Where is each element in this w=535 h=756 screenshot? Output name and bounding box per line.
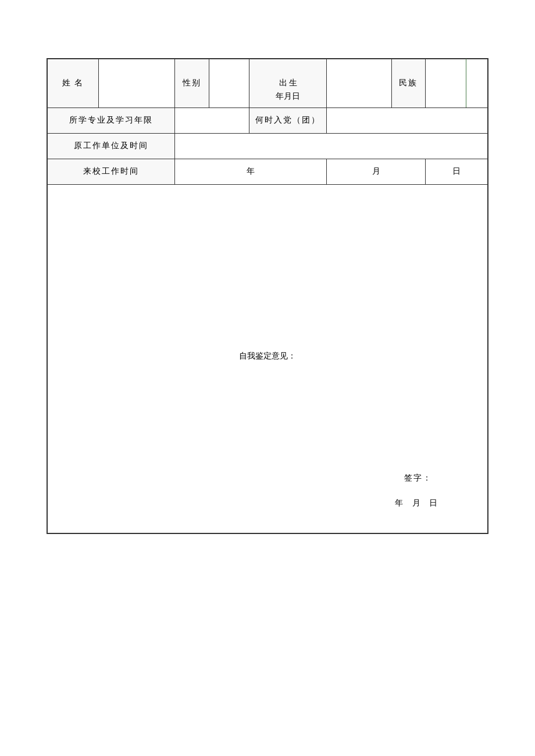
name-row: 姓 名 性别 出 生年月日 民族 [48, 59, 488, 108]
signature-line: 签字： [395, 472, 441, 485]
start-work-label-cell: 来校工作时间 [48, 159, 175, 185]
name-value-cell [98, 59, 174, 108]
day-label: 日 [452, 167, 461, 175]
start-work-row: 来校工作时间 年 月 日 [48, 159, 488, 185]
self-assessment-cell: 自我鉴定意见： 签字： 年 月 日 [48, 185, 488, 533]
major-value-cell [174, 108, 249, 134]
form-container: 姓 名 性别 出 生年月日 民族 所学专业 [47, 58, 488, 534]
major-row: 所学专业及学习年限 何时入党（团） [48, 108, 488, 134]
date-line: 年 月 日 [395, 497, 441, 510]
gender-label-cell: 性别 [174, 59, 209, 108]
birth-label: 出 生年月日 [276, 78, 300, 100]
work-unit-row: 原工作单位及时间 [48, 134, 488, 159]
party-label-cell: 何时入党（团） [249, 108, 327, 134]
work-unit-label-cell: 原工作单位及时间 [48, 134, 175, 159]
ethnicity-label-cell: 民族 [391, 59, 426, 108]
name-label-cell: 姓 名 [48, 59, 99, 108]
self-assessment-label: 自我鉴定意见： [54, 350, 482, 363]
work-unit-label: 原工作单位及时间 [74, 141, 148, 150]
year-cell: 年 [174, 159, 327, 185]
year-label: 年 [247, 167, 255, 175]
work-unit-value-cell [174, 134, 487, 159]
gender-label: 性别 [183, 78, 201, 87]
party-label: 何时入党（团） [255, 116, 320, 124]
ethnicity-extra-cell [466, 59, 488, 108]
party-value-cell [327, 108, 488, 134]
ethnicity-value-cell [426, 59, 466, 108]
month-cell: 月 [327, 159, 426, 185]
gender-value-cell [209, 59, 249, 108]
major-label: 所学专业及学习年限 [69, 116, 153, 124]
self-assessment-row: 自我鉴定意见： 签字： 年 月 日 [48, 185, 488, 533]
page: 姓 名 性别 出 生年月日 民族 所学专业 [0, 0, 535, 756]
start-work-label: 来校工作时间 [83, 167, 139, 175]
major-label-cell: 所学专业及学习年限 [48, 108, 175, 134]
day-cell: 日 [426, 159, 488, 185]
ethnicity-label: 民族 [399, 78, 418, 87]
birth-label-cell: 出 生年月日 [249, 59, 327, 108]
birth-value-cell [327, 59, 391, 108]
name-label: 姓 名 [62, 78, 84, 87]
month-label: 月 [372, 167, 380, 175]
form-table: 姓 名 性别 出 生年月日 民族 所学专业 [47, 59, 488, 533]
signature-area: 签字： 年 月 日 [395, 472, 441, 510]
